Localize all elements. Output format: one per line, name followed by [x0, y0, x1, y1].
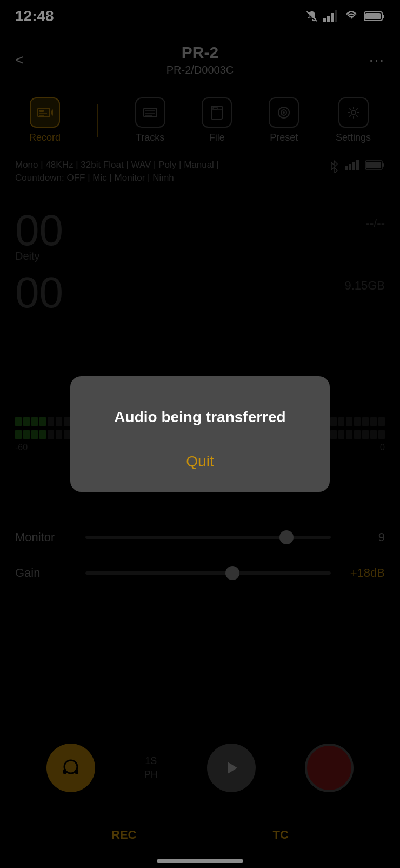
modal-title: Audio being transferred	[114, 409, 285, 426]
modal-dialog: Audio being transferred Quit	[70, 376, 330, 492]
quit-button[interactable]: Quit	[186, 453, 214, 470]
modal-overlay: Audio being transferred Quit	[0, 0, 400, 868]
